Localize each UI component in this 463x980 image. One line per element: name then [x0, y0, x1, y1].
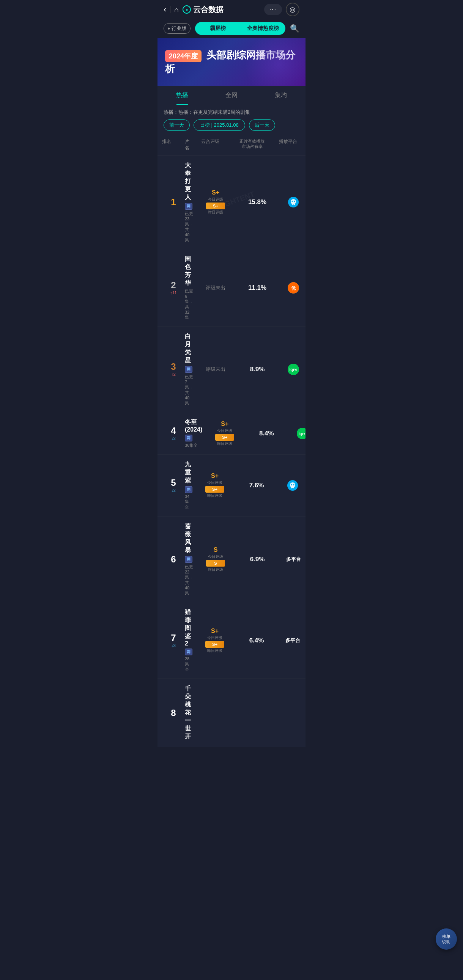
- rank-change: ↑ 2: [171, 372, 176, 377]
- back-button[interactable]: ‹: [164, 5, 166, 14]
- tab-avg[interactable]: 集均: [256, 86, 305, 105]
- platform-cell: [278, 197, 305, 207]
- diamond-icon: ♦: [168, 26, 170, 31]
- col-platform: 播放平台: [273, 138, 303, 151]
- title-cell: 冬至(2024) 网 36集全: [185, 418, 204, 448]
- table-row[interactable]: 8 千朵桃花一世开: [158, 679, 305, 747]
- show-episodes: 34集全: [185, 494, 192, 510]
- show-title: 白月梵星 网: [185, 332, 193, 373]
- show-episodes: 已更22集，共40集: [185, 564, 193, 596]
- rank-number: 5: [171, 478, 176, 487]
- table-row[interactable]: 3 ↑ 2 白月梵星 网 已更7集，共40集 评级未出 8.9% iQIYI: [158, 326, 305, 412]
- rank-cell: 8: [162, 708, 185, 718]
- table-row[interactable]: ENLIGHTENT 1 大奉打更人 网 已更23集，共40集 S+ 今日评级 …: [158, 156, 305, 249]
- rating-cell: S+ 今日评级 S+ 昨日评级: [204, 421, 246, 446]
- table-row[interactable]: 2 ↑ 11 国色芳华 已更6集，共32集 评级未出 11.1% 优 ›: [158, 249, 305, 326]
- status-bar-left: ‹ ⌂ ● 云合数据: [164, 5, 224, 15]
- show-title: 猎罪图鉴2 网: [185, 608, 192, 655]
- next-day-button[interactable]: 后一天: [249, 119, 275, 131]
- banner-content: 2024年度 头部剧综网播市场分析: [165, 49, 298, 75]
- rating-bar-today: S+: [206, 202, 225, 209]
- rank-change-value: 3: [174, 643, 176, 648]
- svg-text:iQIYI: iQIYI: [299, 432, 305, 436]
- market-cell: 7.6%: [236, 482, 278, 489]
- online-badge: 网: [185, 556, 192, 563]
- table-row[interactable]: 5 ↓ 2 九重紫 网 34集全 S+ 今日评级 S+ 昨日评级 7.6%: [158, 455, 305, 517]
- title-cell: 千朵桃花一世开: [185, 685, 192, 741]
- table-row[interactable]: 4 ↓ 2 冬至(2024) 网 36集全 S+ 今日评级 S+ 昨日评级 8.…: [158, 412, 305, 455]
- rating-grade: S+: [212, 189, 219, 196]
- rank-cell: 3 ↑ 2: [162, 362, 185, 377]
- rank-cell: 1: [162, 197, 185, 207]
- tencent-icon: [287, 480, 298, 491]
- rank-cell: 2 ↑ 11: [162, 281, 185, 295]
- online-badge: 网: [185, 366, 192, 373]
- svg-point-11: [293, 484, 294, 485]
- svg-point-1: [292, 200, 293, 202]
- svg-text:优: 优: [291, 286, 296, 291]
- filter-bar: 热播：热播：在更及完结未满2周的剧集 前一天 日榜 | 2025.01.08 后…: [158, 105, 305, 135]
- rank-change: ↑ 11: [170, 291, 177, 295]
- rank-number: 8: [171, 708, 176, 718]
- col-market: 正片有效播放市场占有率: [231, 138, 273, 151]
- banner-title-line: 2024年度 头部剧综网播市场分析: [165, 49, 298, 75]
- rating-no: 评级未出: [206, 285, 225, 291]
- status-bar: ‹ ⌂ ● 云合数据 ··· ◎: [158, 0, 305, 19]
- scan-button[interactable]: ◎: [286, 3, 299, 16]
- col-arrow: [303, 138, 305, 151]
- rank-number: 1: [171, 197, 176, 207]
- rank-number: 3: [171, 362, 176, 371]
- rating-bar-wrap: 今日评级 S+ 昨日评级: [206, 197, 225, 215]
- more-button[interactable]: ···: [264, 4, 282, 15]
- online-badge: 网: [185, 486, 192, 493]
- market-cell: 6.9%: [236, 555, 278, 563]
- show-title: 蔷薇风暴 网: [185, 523, 193, 563]
- industry-badge[interactable]: ♦ 行业版: [164, 23, 190, 34]
- tencent-icon: [288, 197, 299, 207]
- market-cell: 11.1%: [236, 284, 278, 292]
- table-row[interactable]: 6 蔷薇风暴 网 已更22集，共40集 S 今日评级 S 昨日评级 6.9% 多…: [158, 517, 305, 602]
- rank-cell: 4 ↓ 2: [162, 426, 185, 441]
- tab-all[interactable]: 全网: [207, 86, 256, 105]
- rating-today-label: 今日评级: [208, 554, 223, 559]
- rating-yesterday-label: 昨日评级: [207, 493, 222, 498]
- svg-point-2: [294, 200, 295, 202]
- col-rating: 云合评级: [189, 138, 231, 151]
- filter-description: 热播：热播：在更及完结未满2周的剧集: [164, 109, 299, 116]
- table-header: 排名 片名 云合评级 正片有效播放市场占有率 播放平台: [158, 135, 305, 156]
- svg-text:iQIYI: iQIYI: [289, 368, 297, 372]
- platform-cell: iQIYI: [278, 364, 305, 375]
- col-title: 片名: [185, 138, 189, 151]
- online-badge: 网: [185, 434, 192, 441]
- tab-hot[interactable]: 热播: [158, 86, 207, 105]
- date-nav: 前一天 日榜 | 2025.01.08 后一天: [164, 119, 299, 131]
- divider: [170, 6, 171, 13]
- tab-yuqing[interactable]: 全舆情热度榜: [240, 22, 286, 35]
- main-tab-group: 霸屏榜 全舆情热度榜: [195, 22, 286, 35]
- top-nav: ♦ 行业版 霸屏榜 全舆情热度榜 🔍: [158, 19, 305, 38]
- rating-grade: S: [214, 547, 218, 553]
- show-episodes: 36集全: [185, 442, 202, 448]
- tab-bapin[interactable]: 霸屏榜: [195, 22, 240, 35]
- current-date: 日榜 | 2025.01.08: [193, 119, 245, 131]
- home-button[interactable]: ⌂: [174, 5, 179, 14]
- market-cell: 8.4%: [246, 430, 287, 437]
- rank-change-value: 2: [174, 488, 176, 493]
- show-episodes: 已更23集，共40集: [185, 211, 193, 243]
- rank-number: 6: [171, 555, 176, 564]
- rating-today-label: 今日评级: [217, 428, 232, 433]
- banner: 2024年度 头部剧综网播市场分析: [158, 38, 305, 86]
- show-episodes: 已更6集，共32集: [185, 288, 193, 320]
- prev-day-button[interactable]: 前一天: [164, 119, 190, 131]
- search-button[interactable]: 🔍: [290, 24, 299, 33]
- show-title: 九重紫 网: [185, 461, 192, 493]
- rating-yesterday-label: 昨日评级: [208, 567, 223, 572]
- rank-cell: 6: [162, 555, 185, 564]
- status-bar-right: ··· ◎: [264, 3, 299, 16]
- youku-icon: 优: [288, 282, 299, 294]
- rating-cell: S+ 今日评级 S+ 昨日评级: [194, 628, 236, 654]
- table-row[interactable]: 7 ↓ 3 猎罪图鉴2 网 28集全 S+ 今日评级 S+ 昨日评级 6.4% …: [158, 602, 305, 679]
- iqiyi-icon: iQIYI: [297, 428, 305, 439]
- title-cell: 国色芳华 已更6集，共32集: [185, 255, 195, 320]
- online-badge: 网: [185, 649, 192, 655]
